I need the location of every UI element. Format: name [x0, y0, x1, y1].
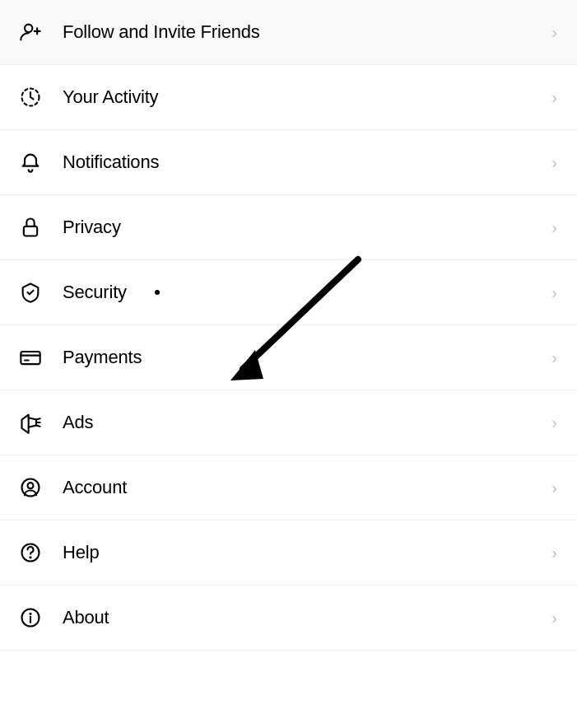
chevron-icon: › [551, 153, 557, 172]
help-icon [16, 539, 44, 567]
your-activity-label: Your Activity [63, 86, 158, 108]
svg-point-14 [30, 557, 30, 558]
chevron-icon: › [551, 413, 557, 432]
menu-item-follow-invite[interactable]: Follow and Invite Friends › [0, 0, 577, 65]
bell-icon [16, 148, 44, 176]
security-dot [155, 290, 160, 295]
chevron-icon: › [551, 544, 557, 562]
security-label: Security [63, 282, 127, 303]
menu-item-help[interactable]: Help › [0, 520, 577, 586]
ads-icon [16, 408, 44, 436]
menu-item-ads[interactable]: Ads › [0, 390, 577, 455]
chevron-icon: › [551, 348, 557, 367]
chevron-icon: › [551, 218, 557, 237]
svg-rect-5 [21, 352, 40, 364]
about-label: About [63, 607, 109, 628]
chevron-icon: › [551, 23, 557, 42]
shield-icon [16, 278, 44, 306]
svg-point-17 [30, 614, 30, 614]
privacy-label: Privacy [63, 217, 121, 238]
svg-line-9 [36, 426, 40, 427]
follow-invite-label: Follow and Invite Friends [63, 21, 260, 43]
notifications-label: Notifications [63, 152, 159, 173]
menu-item-account[interactable]: Account › [0, 455, 577, 520]
account-icon [16, 474, 44, 502]
menu-item-your-activity[interactable]: Your Activity › [0, 65, 577, 130]
menu-item-security[interactable]: Security › [0, 260, 577, 325]
card-icon [16, 343, 44, 371]
chevron-icon: › [551, 609, 557, 628]
svg-rect-4 [24, 226, 37, 236]
settings-menu: Follow and Invite Friends › Your Activit… [0, 0, 577, 651]
payments-label: Payments [63, 347, 142, 368]
lock-icon [16, 213, 44, 241]
svg-point-0 [25, 25, 32, 32]
svg-line-8 [36, 418, 40, 419]
activity-icon [16, 83, 44, 111]
menu-item-privacy[interactable]: Privacy › [0, 195, 577, 260]
chevron-icon: › [551, 283, 557, 302]
svg-point-12 [28, 483, 34, 488]
menu-item-about[interactable]: About › [0, 586, 577, 651]
ads-label: Ads [63, 412, 93, 433]
chevron-icon: › [551, 88, 557, 107]
help-label: Help [63, 542, 99, 563]
menu-item-payments[interactable]: Payments › [0, 325, 577, 390]
info-icon [16, 604, 44, 632]
menu-item-notifications[interactable]: Notifications › [0, 130, 577, 195]
follow-icon [16, 18, 44, 46]
chevron-icon: › [551, 478, 557, 497]
account-label: Account [63, 477, 127, 498]
